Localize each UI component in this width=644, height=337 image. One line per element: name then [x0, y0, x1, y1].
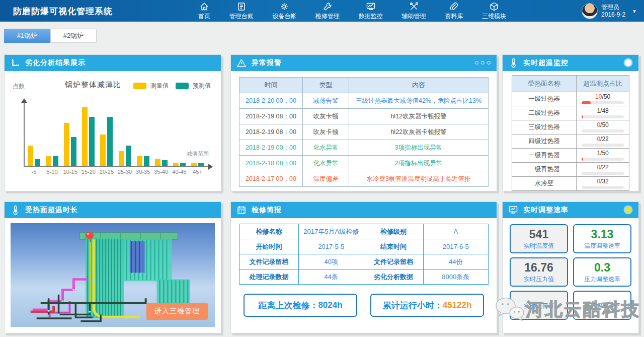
nav-item-module3d[interactable]: 三维模块 [480, 1, 508, 22]
gear-icon [279, 2, 290, 12]
maintenance-label: 开始时间 [239, 239, 299, 254]
alarm-row[interactable]: 2018-2-18 08：00化水异常2项指标出现异常 [239, 156, 489, 171]
alarm-time: 2018-2-19 08：00 [239, 109, 303, 124]
overtemp-row[interactable]: 一级再热器1/50 [512, 149, 629, 163]
panel-overtemp-monitor: 实时超温监控 受热面名称超温测点占比一级过热器10/50二级过热器1/48三级过… [502, 54, 639, 191]
ratio-bar [582, 115, 624, 118]
bar-chart: -55-1010-1515-2020-2525-3030-3535-4040-4… [24, 103, 208, 167]
point-ratio: 10/50 [577, 94, 629, 100]
card-label: 实时压力值 [524, 275, 554, 284]
surface-name: 一级再热器 [512, 149, 577, 163]
bar-group: 5-10 [46, 103, 58, 166]
chart-meta: 点数 锅炉整体减薄比 测量值预测值 [5, 79, 221, 92]
surface-name: 四级过热器 [512, 134, 577, 149]
alarm-row[interactable]: 2018-2-17 00：00温度偏差水冷壁3根管道温度明显高于临近管排 [239, 171, 489, 187]
paperclip-icon [448, 2, 459, 12]
app-title: 防磨防爆可视化管理系统 [13, 6, 113, 17]
bar-group: 25-30 [119, 103, 131, 166]
adjust-card: 3.13温度调整速率 [573, 224, 631, 253]
alarm-content: 2项指标出现异常 [349, 156, 489, 171]
bar-预测值 [162, 160, 168, 166]
alarm-time: 2018-2-17 00：00 [239, 171, 303, 187]
bar-测量值 [119, 151, 124, 166]
nav-item-ledger[interactable]: 管理台账 [227, 1, 256, 22]
caret-down-icon[interactable]: ▼ [632, 9, 637, 14]
tab-boiler1[interactable]: #1锅炉 [4, 29, 50, 43]
boiler-tabbar: #1锅炉#2锅炉 [4, 29, 97, 43]
bar-预测值 [53, 156, 58, 166]
alarm-type: 化水异常 [303, 156, 349, 171]
surface-name: 二级再热器 [512, 163, 577, 177]
adjust-card: 16.76实时压力值 [510, 257, 568, 287]
nav-label: 设备台帐 [272, 12, 296, 21]
user-date: 2016-9-2 [601, 11, 625, 19]
stat-value: 45122h [443, 300, 472, 310]
x-tick-label: -5 [32, 169, 37, 175]
alarm-row[interactable]: 2018-2-19 08：00吹灰卡顿hl12吹灰器卡顿报警 [239, 109, 489, 124]
adjust-card: 负荷调整速率 [573, 291, 631, 320]
alarm-row[interactable]: 2018-2-19 00：00化水异常3项指标出现异常 [239, 140, 489, 156]
stat-button-1[interactable]: 距离上次检修：8024h [244, 294, 357, 317]
alarm-content: hl12吹灰器卡顿报警 [349, 109, 489, 124]
tab-boiler2[interactable]: #2锅炉 [50, 29, 97, 43]
user-name: 管理员 [601, 4, 625, 11]
overtemp-table: 受热面名称超温测点占比一级过热器10/50二级过热器1/48三级过热器0/50四… [512, 75, 629, 191]
maintenance-stats: 距离上次检修：8024h累计运行小时：45122h [231, 294, 497, 317]
enter-3d-button[interactable]: 进入三维管理 [146, 303, 208, 320]
maintenance-label: 检修名称 [239, 224, 299, 239]
maintenance-value: 2017年5月A级检修 [299, 224, 364, 239]
nav-label: 首页 [198, 12, 210, 21]
thermometer-icon [10, 205, 21, 216]
bar-group: 40-45 [173, 103, 186, 166]
nav-item-home[interactable]: 首页 [196, 1, 212, 22]
maintenance-label: 劣化分析数据 [364, 269, 423, 285]
bar-测量值 [28, 146, 33, 166]
overtemp-row[interactable]: 二级再热器0/22 [512, 163, 629, 177]
alarm-header-row: 时间类型内容 [239, 78, 489, 93]
alarm-row[interactable]: 2018-2-20 00：00减薄告警三级过热器最大减薄值42%，危险点占比13… [239, 93, 489, 109]
alarm-content: 三级过热器最大减薄值42%，危险点占比13% [349, 93, 489, 109]
bar-测量值 [173, 163, 179, 166]
bar-group: -5 [28, 103, 40, 166]
bar-测量值 [82, 107, 88, 166]
maintenance-table: 检修名称2017年5月A级检修检修级别A开始时间2017-5-5结束时间2017… [239, 224, 489, 285]
card-value: 0.3 [594, 261, 610, 274]
maintenance-label: 检修级别 [364, 224, 423, 239]
boiler-3d-view[interactable]: 进入三维管理 [11, 223, 215, 327]
card-label: 负荷调整速率 [584, 302, 620, 310]
ratio-bar [582, 186, 624, 189]
nav-item-monitor[interactable]: 数据监控 [357, 1, 385, 22]
overtemp-row[interactable]: 二级过热器1/48 [512, 106, 629, 120]
bar-group: 10-15 [64, 103, 76, 166]
nav-item-assist[interactable]: 辅助管理 [400, 1, 428, 22]
panel-maintenance-header: 检修简报 [231, 202, 497, 218]
card-value: 541 [529, 228, 548, 241]
overtemp-row[interactable]: 一级过热器10/50 [512, 92, 629, 106]
panel-title: 受热面超温时长 [25, 206, 78, 215]
adjust-cards: 541实时温度值3.13温度调整速率16.76实时压力值0.3压力调整速率实时负… [510, 224, 631, 320]
alarm-type: 温度偏差 [303, 171, 349, 187]
alarm-type: 减薄告警 [303, 93, 349, 109]
stat-button-2[interactable]: 累计运行小时：45122h [370, 294, 484, 317]
alarm-table: 时间类型内容2018-2-20 00：00减薄告警三级过热器最大减薄值42%，危… [239, 77, 489, 187]
overtemp-row[interactable]: 三级过热器0/50 [512, 120, 629, 134]
user-info[interactable]: 管理员 2016-9-2 ▼ [582, 2, 637, 20]
more-options-icon[interactable] [475, 61, 491, 64]
maintenance-row: 处理记录数据44条劣化分析数据8000条条 [239, 269, 489, 285]
x-tick-label: 15-20 [82, 169, 96, 175]
overtemp-row[interactable]: 水冷壁0/32 [512, 177, 629, 191]
bar-group: 30-35 [137, 103, 149, 166]
ruler-icon [10, 57, 21, 69]
stat-label: 距离上次检修： [258, 300, 318, 311]
card-value: 3.13 [591, 228, 614, 241]
alarm-row[interactable]: 2018-2-19 08：00吹灰卡顿hl22吹灰器卡顿报警 [239, 124, 489, 140]
nav-item-maintenance[interactable]: 检修管理 [313, 1, 342, 22]
nav-item-equipment[interactable]: 设备台帐 [270, 1, 298, 22]
overtemp-row[interactable]: 四级过热器0/22 [512, 134, 629, 149]
ratio-bar [582, 144, 624, 147]
maintenance-label: 文件记录留档 [239, 254, 299, 269]
point-ratio: 1/50 [577, 150, 629, 157]
nav-item-library[interactable]: 资料库 [443, 1, 465, 22]
adjust-card: 实时负荷值 [510, 291, 568, 320]
alarm-type: 吹灰卡顿 [303, 124, 349, 140]
